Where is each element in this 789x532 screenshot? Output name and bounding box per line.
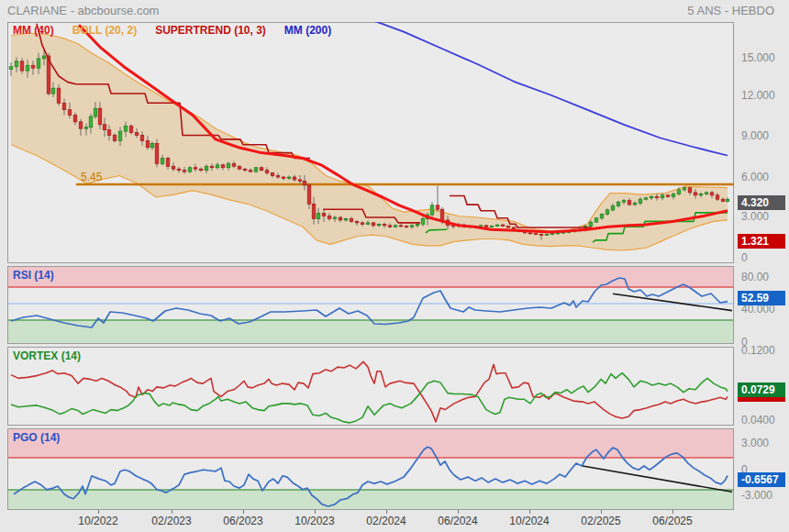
candle xyxy=(166,158,170,166)
legend-item-mm-40[interactable]: MM (40) xyxy=(13,24,54,37)
candle xyxy=(628,201,631,205)
y-axis-label: 3.000 xyxy=(741,437,769,449)
candle xyxy=(37,59,40,68)
rsi-panel-label: RSI (14) xyxy=(13,269,54,282)
candle xyxy=(260,168,263,171)
candle xyxy=(146,140,150,147)
value-badge: 1.321 xyxy=(738,234,785,249)
x-axis-tick xyxy=(315,510,316,514)
y-axis-label: 80.00 xyxy=(741,271,769,283)
candle xyxy=(322,214,326,216)
candle xyxy=(282,177,285,178)
candle xyxy=(221,165,225,168)
candle xyxy=(622,201,626,202)
pgo-panel-label: PGO (14) xyxy=(13,431,60,444)
value-badge: -0.6567 xyxy=(738,472,785,487)
x-axis-label: 02/2024 xyxy=(366,515,406,527)
candle xyxy=(388,226,392,227)
candle xyxy=(436,205,439,209)
candle xyxy=(303,181,306,184)
x-axis-label: 06/2024 xyxy=(438,515,477,527)
candle xyxy=(699,194,703,194)
legend-item-supertrend-10-3[interactable]: SUPERTREND (10, 3) xyxy=(155,24,266,37)
y-axis-label: 15.000 xyxy=(741,51,775,64)
legend-item-boll-20-2[interactable]: BOLL (20, 2) xyxy=(72,24,137,37)
y-axis-label: -3.000 xyxy=(741,489,772,502)
candle xyxy=(539,234,543,235)
candle xyxy=(377,224,381,225)
candle xyxy=(135,133,139,136)
x-axis-tick xyxy=(386,510,387,514)
x-axis-tick xyxy=(672,510,673,514)
candle xyxy=(9,67,13,70)
timeframe-label: 5 ANS - HEBDO xyxy=(687,4,774,17)
candle xyxy=(355,221,359,222)
candle xyxy=(177,169,181,170)
candle xyxy=(639,199,642,203)
x-axis-tick xyxy=(172,510,172,514)
candle xyxy=(399,226,403,227)
candle xyxy=(550,234,554,235)
candle xyxy=(372,223,375,226)
x-axis-tick xyxy=(601,510,602,514)
candle xyxy=(688,188,692,193)
y-axis-label: 12.000 xyxy=(741,89,775,102)
candle xyxy=(339,217,342,220)
candle xyxy=(506,227,510,227)
candle xyxy=(155,143,159,163)
abcbourse-chart-app: CLARIANE - abcbourse.com 5 ANS - HEBDO 5… xyxy=(0,0,789,532)
candle xyxy=(51,88,55,94)
candle xyxy=(129,126,133,132)
rsi-oversold-zone xyxy=(8,320,733,343)
x-axis-label: 10/2023 xyxy=(294,515,334,527)
candle xyxy=(661,195,664,198)
candle xyxy=(317,214,320,219)
candle xyxy=(73,116,77,122)
candle xyxy=(694,193,697,195)
candle xyxy=(328,216,331,219)
candle xyxy=(440,209,444,220)
candle xyxy=(68,110,72,116)
alert-line-value: 5.45 xyxy=(81,171,103,183)
legend-item-mm-200[interactable]: MM (200) xyxy=(284,24,331,37)
value-badge: 0.0729 xyxy=(738,382,785,397)
x-axis-label: 02/2025 xyxy=(581,515,620,527)
candle xyxy=(271,173,274,176)
candle xyxy=(611,206,615,210)
price-chart-panel[interactable]: 5.45 xyxy=(7,22,734,263)
candle xyxy=(721,199,725,201)
candle xyxy=(107,130,111,136)
candle xyxy=(545,234,549,235)
candle xyxy=(333,217,337,218)
vortex-panel[interactable] xyxy=(7,347,734,426)
candle xyxy=(103,125,106,130)
candle xyxy=(307,185,311,205)
candle xyxy=(161,158,164,163)
candle xyxy=(249,171,252,172)
chart-title: CLARIANE - abcbourse.com xyxy=(7,4,159,17)
candle xyxy=(484,226,488,227)
candle xyxy=(600,214,604,217)
candle xyxy=(383,224,386,225)
x-axis-tick xyxy=(529,510,530,514)
value-badge-underbar xyxy=(738,397,785,402)
candle xyxy=(617,202,620,205)
candle xyxy=(254,168,258,172)
candle xyxy=(410,226,414,227)
candle xyxy=(287,177,291,178)
candle xyxy=(243,169,247,170)
candle xyxy=(705,193,708,194)
candle xyxy=(140,136,144,141)
vortex-panel-label: VORTEX (14) xyxy=(13,349,81,362)
x-axis-label: 02/2023 xyxy=(151,515,191,527)
rsi-panel[interactable] xyxy=(7,266,734,344)
candle xyxy=(495,225,499,226)
candle xyxy=(716,195,719,199)
candle xyxy=(672,194,675,196)
value-badge: 52.59 xyxy=(738,291,785,305)
candle xyxy=(232,163,236,166)
candle xyxy=(298,180,302,181)
candle xyxy=(89,116,93,127)
candle xyxy=(394,226,397,227)
pgo-panel[interactable] xyxy=(7,428,734,510)
